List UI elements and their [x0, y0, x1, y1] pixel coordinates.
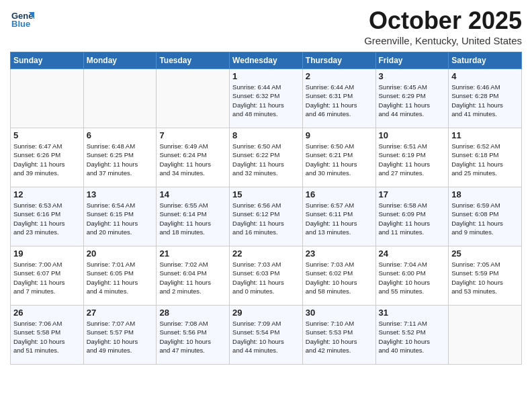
calendar-day: 31Sunrise: 7:11 AM Sunset: 5:52 PM Dayli…: [375, 306, 449, 365]
day-number: 6: [87, 130, 154, 140]
day-number: 2: [306, 71, 373, 81]
day-info: Sunrise: 6:52 AM Sunset: 6:18 PM Dayligh…: [451, 142, 519, 177]
day-info: Sunrise: 7:02 AM Sunset: 6:04 PM Dayligh…: [159, 260, 226, 295]
day-number: 17: [379, 189, 446, 199]
calendar-table: SundayMondayTuesdayWednesdayThursdayFrid…: [10, 52, 522, 365]
day-info: Sunrise: 7:04 AM Sunset: 6:00 PM Dayligh…: [379, 260, 446, 295]
calendar-day: 22Sunrise: 7:03 AM Sunset: 6:03 PM Dayli…: [230, 246, 303, 306]
calendar-day: 2Sunrise: 6:44 AM Sunset: 6:31 PM Daylig…: [302, 69, 375, 128]
calendar-day: 5Sunrise: 6:47 AM Sunset: 6:26 PM Daylig…: [11, 128, 84, 187]
calendar-day: [157, 69, 230, 128]
title-block: October 2025 Greenville, Kentucky, Unite…: [364, 7, 522, 46]
day-info: Sunrise: 7:09 AM Sunset: 5:54 PM Dayligh…: [232, 319, 300, 355]
day-info: Sunrise: 6:54 AM Sunset: 6:15 PM Dayligh…: [87, 201, 154, 236]
day-header: Sunday: [11, 52, 84, 69]
calendar-day: 12Sunrise: 6:53 AM Sunset: 6:16 PM Dayli…: [11, 187, 84, 246]
calendar-day: 28Sunrise: 7:08 AM Sunset: 5:56 PM Dayli…: [157, 306, 230, 365]
day-number: 4: [451, 71, 519, 81]
day-info: Sunrise: 7:01 AM Sunset: 6:05 PM Dayligh…: [87, 260, 154, 295]
day-header: Monday: [83, 52, 157, 69]
day-info: Sunrise: 6:49 AM Sunset: 6:24 PM Dayligh…: [159, 142, 226, 177]
day-header: Tuesday: [157, 52, 230, 69]
day-info: Sunrise: 6:47 AM Sunset: 6:26 PM Dayligh…: [13, 142, 81, 177]
day-info: Sunrise: 6:46 AM Sunset: 6:28 PM Dayligh…: [451, 83, 519, 118]
calendar-day: 6Sunrise: 6:48 AM Sunset: 6:25 PM Daylig…: [83, 128, 157, 187]
day-info: Sunrise: 6:56 AM Sunset: 6:12 PM Dayligh…: [232, 201, 300, 236]
day-info: Sunrise: 6:57 AM Sunset: 6:11 PM Dayligh…: [306, 201, 373, 236]
calendar-day: 4Sunrise: 6:46 AM Sunset: 6:28 PM Daylig…: [449, 69, 522, 128]
calendar-week: 5Sunrise: 6:47 AM Sunset: 6:26 PM Daylig…: [11, 128, 522, 187]
day-number: 19: [13, 248, 81, 259]
logo-icon: General Blue: [10, 7, 34, 31]
page-header: General Blue October 2025 Greenville, Ke…: [10, 7, 522, 46]
day-number: 9: [306, 130, 373, 140]
day-number: 30: [306, 308, 373, 318]
day-number: 25: [451, 248, 519, 259]
calendar-day: 13Sunrise: 6:54 AM Sunset: 6:15 PM Dayli…: [83, 187, 157, 246]
day-header: Thursday: [302, 52, 375, 69]
day-info: Sunrise: 6:48 AM Sunset: 6:25 PM Dayligh…: [87, 142, 154, 177]
day-number: 26: [13, 308, 81, 318]
calendar-day: 24Sunrise: 7:04 AM Sunset: 6:00 PM Dayli…: [375, 246, 449, 306]
location: Greenville, Kentucky, United States: [364, 35, 522, 46]
calendar-week: 12Sunrise: 6:53 AM Sunset: 6:16 PM Dayli…: [11, 187, 522, 246]
day-number: 10: [379, 130, 446, 140]
day-number: 5: [13, 130, 81, 140]
day-info: Sunrise: 7:03 AM Sunset: 6:02 PM Dayligh…: [306, 260, 373, 295]
day-info: Sunrise: 7:03 AM Sunset: 6:03 PM Dayligh…: [232, 260, 300, 295]
day-number: 29: [232, 308, 300, 318]
calendar-day: 19Sunrise: 7:00 AM Sunset: 6:07 PM Dayli…: [11, 246, 84, 306]
header-row: SundayMondayTuesdayWednesdayThursdayFrid…: [11, 52, 522, 69]
calendar-week: 26Sunrise: 7:06 AM Sunset: 5:58 PM Dayli…: [11, 306, 522, 365]
day-info: Sunrise: 7:06 AM Sunset: 5:58 PM Dayligh…: [13, 319, 81, 355]
day-header: Saturday: [449, 52, 522, 69]
day-header: Wednesday: [230, 52, 303, 69]
day-info: Sunrise: 6:44 AM Sunset: 6:31 PM Dayligh…: [306, 83, 373, 118]
day-info: Sunrise: 6:59 AM Sunset: 6:08 PM Dayligh…: [451, 201, 519, 236]
day-info: Sunrise: 6:44 AM Sunset: 6:32 PM Dayligh…: [232, 83, 300, 118]
day-header: Friday: [375, 52, 449, 69]
calendar-day: 8Sunrise: 6:50 AM Sunset: 6:22 PM Daylig…: [230, 128, 303, 187]
day-info: Sunrise: 6:58 AM Sunset: 6:09 PM Dayligh…: [379, 201, 446, 236]
calendar-day: 3Sunrise: 6:45 AM Sunset: 6:29 PM Daylig…: [375, 69, 449, 128]
day-info: Sunrise: 6:55 AM Sunset: 6:14 PM Dayligh…: [159, 201, 226, 236]
calendar-day: 16Sunrise: 6:57 AM Sunset: 6:11 PM Dayli…: [302, 187, 375, 246]
day-info: Sunrise: 7:07 AM Sunset: 5:57 PM Dayligh…: [87, 319, 154, 355]
calendar-day: 9Sunrise: 6:50 AM Sunset: 6:21 PM Daylig…: [302, 128, 375, 187]
calendar-day: 11Sunrise: 6:52 AM Sunset: 6:18 PM Dayli…: [449, 128, 522, 187]
calendar-day: 25Sunrise: 7:05 AM Sunset: 5:59 PM Dayli…: [449, 246, 522, 306]
day-number: 3: [379, 71, 446, 81]
calendar-day: 27Sunrise: 7:07 AM Sunset: 5:57 PM Dayli…: [83, 306, 157, 365]
day-number: 18: [451, 189, 519, 199]
calendar-day: 26Sunrise: 7:06 AM Sunset: 5:58 PM Dayli…: [11, 306, 84, 365]
day-number: 20: [87, 248, 154, 259]
calendar-day: [449, 306, 522, 365]
day-number: 8: [232, 130, 300, 140]
calendar-week: 19Sunrise: 7:00 AM Sunset: 6:07 PM Dayli…: [11, 246, 522, 306]
day-number: 27: [87, 308, 154, 318]
calendar-day: 10Sunrise: 6:51 AM Sunset: 6:19 PM Dayli…: [375, 128, 449, 187]
day-number: 22: [232, 248, 300, 259]
day-number: 14: [159, 189, 226, 199]
day-info: Sunrise: 6:51 AM Sunset: 6:19 PM Dayligh…: [379, 142, 446, 177]
calendar-day: [11, 69, 84, 128]
day-info: Sunrise: 6:53 AM Sunset: 6:16 PM Dayligh…: [13, 201, 81, 236]
svg-text:Blue: Blue: [11, 19, 30, 29]
calendar-day: 29Sunrise: 7:09 AM Sunset: 5:54 PM Dayli…: [230, 306, 303, 365]
logo: General Blue: [10, 7, 34, 31]
day-number: 16: [306, 189, 373, 199]
calendar-day: 20Sunrise: 7:01 AM Sunset: 6:05 PM Dayli…: [83, 246, 157, 306]
day-number: 23: [306, 248, 373, 259]
calendar-week: 1Sunrise: 6:44 AM Sunset: 6:32 PM Daylig…: [11, 69, 522, 128]
calendar-day: 15Sunrise: 6:56 AM Sunset: 6:12 PM Dayli…: [230, 187, 303, 246]
day-info: Sunrise: 7:10 AM Sunset: 5:53 PM Dayligh…: [306, 319, 373, 355]
day-number: 12: [13, 189, 81, 199]
calendar-day: 1Sunrise: 6:44 AM Sunset: 6:32 PM Daylig…: [230, 69, 303, 128]
calendar-day: 14Sunrise: 6:55 AM Sunset: 6:14 PM Dayli…: [157, 187, 230, 246]
calendar-day: 7Sunrise: 6:49 AM Sunset: 6:24 PM Daylig…: [157, 128, 230, 187]
day-number: 31: [379, 308, 446, 318]
day-number: 13: [87, 189, 154, 199]
day-info: Sunrise: 6:45 AM Sunset: 6:29 PM Dayligh…: [379, 83, 446, 118]
day-info: Sunrise: 6:50 AM Sunset: 6:21 PM Dayligh…: [306, 142, 373, 177]
calendar-day: 18Sunrise: 6:59 AM Sunset: 6:08 PM Dayli…: [449, 187, 522, 246]
